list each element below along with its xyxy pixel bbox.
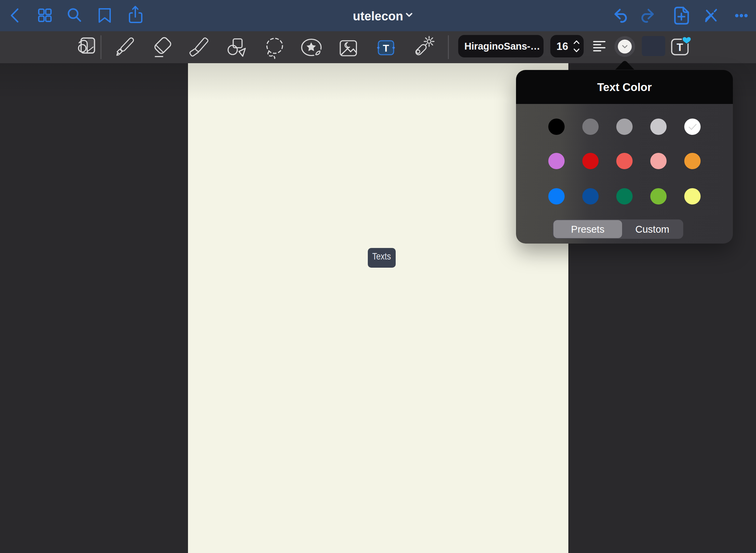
svg-text:T: T	[677, 41, 683, 53]
svg-text:T: T	[383, 42, 389, 54]
